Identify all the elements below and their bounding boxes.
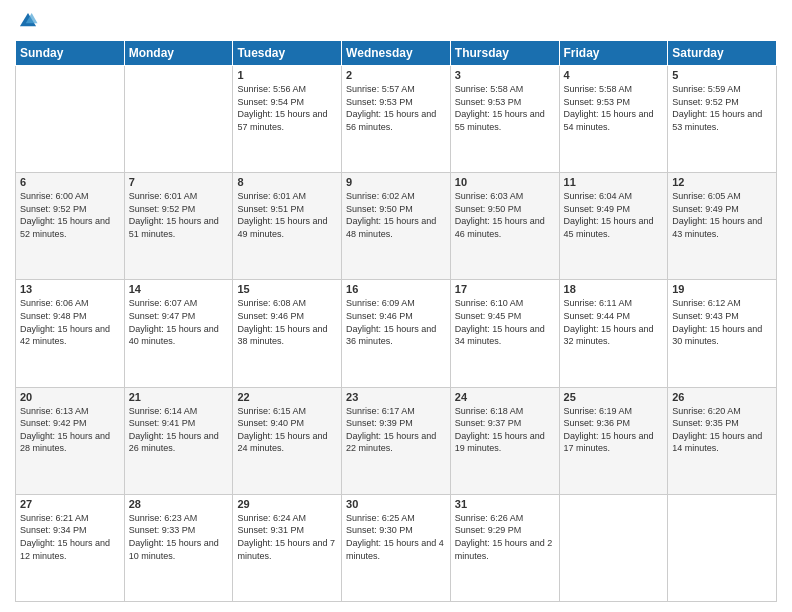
day-number: 29 <box>237 498 337 510</box>
day-info: Sunrise: 6:14 AM Sunset: 9:41 PM Dayligh… <box>129 405 229 455</box>
calendar-cell: 7Sunrise: 6:01 AM Sunset: 9:52 PM Daylig… <box>124 173 233 280</box>
day-number: 22 <box>237 391 337 403</box>
calendar-cell: 15Sunrise: 6:08 AM Sunset: 9:46 PM Dayli… <box>233 280 342 387</box>
calendar-cell: 17Sunrise: 6:10 AM Sunset: 9:45 PM Dayli… <box>450 280 559 387</box>
calendar-cell: 10Sunrise: 6:03 AM Sunset: 9:50 PM Dayli… <box>450 173 559 280</box>
day-number: 20 <box>20 391 120 403</box>
calendar-cell: 12Sunrise: 6:05 AM Sunset: 9:49 PM Dayli… <box>668 173 777 280</box>
calendar-cell: 24Sunrise: 6:18 AM Sunset: 9:37 PM Dayli… <box>450 387 559 494</box>
day-number: 3 <box>455 69 555 81</box>
day-info: Sunrise: 6:19 AM Sunset: 9:36 PM Dayligh… <box>564 405 664 455</box>
day-info: Sunrise: 6:01 AM Sunset: 9:52 PM Dayligh… <box>129 190 229 240</box>
calendar-cell: 26Sunrise: 6:20 AM Sunset: 9:35 PM Dayli… <box>668 387 777 494</box>
day-number: 15 <box>237 283 337 295</box>
day-number: 5 <box>672 69 772 81</box>
day-number: 27 <box>20 498 120 510</box>
calendar-cell: 16Sunrise: 6:09 AM Sunset: 9:46 PM Dayli… <box>342 280 451 387</box>
calendar-cell: 14Sunrise: 6:07 AM Sunset: 9:47 PM Dayli… <box>124 280 233 387</box>
day-info: Sunrise: 6:00 AM Sunset: 9:52 PM Dayligh… <box>20 190 120 240</box>
day-info: Sunrise: 6:05 AM Sunset: 9:49 PM Dayligh… <box>672 190 772 240</box>
calendar-cell: 22Sunrise: 6:15 AM Sunset: 9:40 PM Dayli… <box>233 387 342 494</box>
calendar-cell: 19Sunrise: 6:12 AM Sunset: 9:43 PM Dayli… <box>668 280 777 387</box>
day-number: 6 <box>20 176 120 188</box>
day-number: 10 <box>455 176 555 188</box>
day-info: Sunrise: 5:58 AM Sunset: 9:53 PM Dayligh… <box>455 83 555 133</box>
calendar-cell: 1Sunrise: 5:56 AM Sunset: 9:54 PM Daylig… <box>233 66 342 173</box>
day-info: Sunrise: 6:09 AM Sunset: 9:46 PM Dayligh… <box>346 297 446 347</box>
day-info: Sunrise: 6:10 AM Sunset: 9:45 PM Dayligh… <box>455 297 555 347</box>
calendar-cell: 3Sunrise: 5:58 AM Sunset: 9:53 PM Daylig… <box>450 66 559 173</box>
week-row-0: 1Sunrise: 5:56 AM Sunset: 9:54 PM Daylig… <box>16 66 777 173</box>
calendar-cell: 8Sunrise: 6:01 AM Sunset: 9:51 PM Daylig… <box>233 173 342 280</box>
day-number: 30 <box>346 498 446 510</box>
weekday-header-wednesday: Wednesday <box>342 41 451 66</box>
day-info: Sunrise: 5:57 AM Sunset: 9:53 PM Dayligh… <box>346 83 446 133</box>
week-row-3: 20Sunrise: 6:13 AM Sunset: 9:42 PM Dayli… <box>16 387 777 494</box>
day-number: 18 <box>564 283 664 295</box>
day-info: Sunrise: 6:11 AM Sunset: 9:44 PM Dayligh… <box>564 297 664 347</box>
weekday-header-row: SundayMondayTuesdayWednesdayThursdayFrid… <box>16 41 777 66</box>
day-number: 28 <box>129 498 229 510</box>
day-number: 31 <box>455 498 555 510</box>
day-number: 13 <box>20 283 120 295</box>
calendar-cell: 23Sunrise: 6:17 AM Sunset: 9:39 PM Dayli… <box>342 387 451 494</box>
day-info: Sunrise: 6:21 AM Sunset: 9:34 PM Dayligh… <box>20 512 120 562</box>
day-info: Sunrise: 6:13 AM Sunset: 9:42 PM Dayligh… <box>20 405 120 455</box>
day-info: Sunrise: 6:17 AM Sunset: 9:39 PM Dayligh… <box>346 405 446 455</box>
week-row-1: 6Sunrise: 6:00 AM Sunset: 9:52 PM Daylig… <box>16 173 777 280</box>
day-number: 16 <box>346 283 446 295</box>
day-number: 21 <box>129 391 229 403</box>
day-info: Sunrise: 5:59 AM Sunset: 9:52 PM Dayligh… <box>672 83 772 133</box>
day-info: Sunrise: 6:08 AM Sunset: 9:46 PM Dayligh… <box>237 297 337 347</box>
header <box>15 10 777 32</box>
calendar-cell <box>16 66 125 173</box>
day-info: Sunrise: 6:01 AM Sunset: 9:51 PM Dayligh… <box>237 190 337 240</box>
weekday-header-monday: Monday <box>124 41 233 66</box>
day-info: Sunrise: 6:07 AM Sunset: 9:47 PM Dayligh… <box>129 297 229 347</box>
calendar-cell: 13Sunrise: 6:06 AM Sunset: 9:48 PM Dayli… <box>16 280 125 387</box>
day-number: 23 <box>346 391 446 403</box>
calendar-cell: 25Sunrise: 6:19 AM Sunset: 9:36 PM Dayli… <box>559 387 668 494</box>
day-info: Sunrise: 6:12 AM Sunset: 9:43 PM Dayligh… <box>672 297 772 347</box>
day-number: 4 <box>564 69 664 81</box>
day-info: Sunrise: 6:24 AM Sunset: 9:31 PM Dayligh… <box>237 512 337 562</box>
day-info: Sunrise: 6:15 AM Sunset: 9:40 PM Dayligh… <box>237 405 337 455</box>
calendar-cell <box>559 494 668 601</box>
calendar-cell: 5Sunrise: 5:59 AM Sunset: 9:52 PM Daylig… <box>668 66 777 173</box>
week-row-2: 13Sunrise: 6:06 AM Sunset: 9:48 PM Dayli… <box>16 280 777 387</box>
day-info: Sunrise: 6:04 AM Sunset: 9:49 PM Dayligh… <box>564 190 664 240</box>
weekday-header-tuesday: Tuesday <box>233 41 342 66</box>
week-row-4: 27Sunrise: 6:21 AM Sunset: 9:34 PM Dayli… <box>16 494 777 601</box>
day-number: 17 <box>455 283 555 295</box>
calendar-table: SundayMondayTuesdayWednesdayThursdayFrid… <box>15 40 777 602</box>
day-info: Sunrise: 5:58 AM Sunset: 9:53 PM Dayligh… <box>564 83 664 133</box>
calendar-page: SundayMondayTuesdayWednesdayThursdayFrid… <box>0 0 792 612</box>
weekday-header-sunday: Sunday <box>16 41 125 66</box>
calendar-cell: 6Sunrise: 6:00 AM Sunset: 9:52 PM Daylig… <box>16 173 125 280</box>
calendar-cell: 31Sunrise: 6:26 AM Sunset: 9:29 PM Dayli… <box>450 494 559 601</box>
logo <box>15 10 41 32</box>
weekday-header-saturday: Saturday <box>668 41 777 66</box>
day-number: 9 <box>346 176 446 188</box>
logo-icon <box>17 10 39 32</box>
calendar-cell <box>124 66 233 173</box>
calendar-cell: 9Sunrise: 6:02 AM Sunset: 9:50 PM Daylig… <box>342 173 451 280</box>
calendar-cell: 29Sunrise: 6:24 AM Sunset: 9:31 PM Dayli… <box>233 494 342 601</box>
calendar-cell: 18Sunrise: 6:11 AM Sunset: 9:44 PM Dayli… <box>559 280 668 387</box>
calendar-cell: 28Sunrise: 6:23 AM Sunset: 9:33 PM Dayli… <box>124 494 233 601</box>
calendar-cell: 20Sunrise: 6:13 AM Sunset: 9:42 PM Dayli… <box>16 387 125 494</box>
day-info: Sunrise: 6:06 AM Sunset: 9:48 PM Dayligh… <box>20 297 120 347</box>
calendar-cell: 11Sunrise: 6:04 AM Sunset: 9:49 PM Dayli… <box>559 173 668 280</box>
day-info: Sunrise: 6:23 AM Sunset: 9:33 PM Dayligh… <box>129 512 229 562</box>
day-number: 7 <box>129 176 229 188</box>
day-number: 12 <box>672 176 772 188</box>
day-number: 25 <box>564 391 664 403</box>
day-number: 11 <box>564 176 664 188</box>
day-number: 1 <box>237 69 337 81</box>
day-info: Sunrise: 6:20 AM Sunset: 9:35 PM Dayligh… <box>672 405 772 455</box>
day-info: Sunrise: 6:25 AM Sunset: 9:30 PM Dayligh… <box>346 512 446 562</box>
calendar-cell: 30Sunrise: 6:25 AM Sunset: 9:30 PM Dayli… <box>342 494 451 601</box>
day-number: 2 <box>346 69 446 81</box>
day-number: 19 <box>672 283 772 295</box>
day-number: 26 <box>672 391 772 403</box>
